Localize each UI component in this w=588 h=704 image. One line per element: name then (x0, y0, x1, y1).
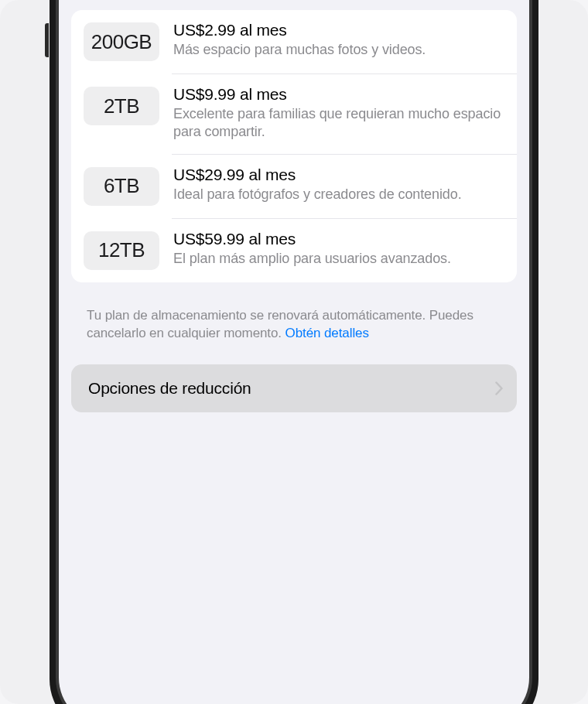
storage-badge: 12TB (84, 231, 159, 270)
upgrade-section-header: OPCIONES DE AMPLIACIÓN (71, 0, 517, 10)
plan-details: US$59.99 al mes El plan más amplio para … (173, 230, 501, 268)
phone-frame: OPCIONES DE AMPLIACIÓN 200GB US$2.99 al … (50, 0, 538, 704)
phone-inner-frame: OPCIONES DE AMPLIACIÓN 200GB US$2.99 al … (56, 0, 532, 704)
plan-description: Más espacio para muchas fotos y videos. (173, 41, 501, 59)
storage-size-label: 2TB (104, 94, 139, 118)
storage-size-label: 200GB (91, 30, 152, 54)
downgrade-options-button[interactable]: Opciones de reducción (71, 364, 517, 412)
plan-price: US$9.99 al mes (173, 85, 501, 104)
storage-plans-card: 200GB US$2.99 al mes Más espacio para mu… (71, 10, 517, 282)
plan-description: Excelente para familias que requieran mu… (173, 105, 501, 142)
storage-plan-row[interactable]: 200GB US$2.99 al mes Más espacio para mu… (71, 10, 517, 73)
chevron-right-icon (495, 381, 503, 395)
plan-price: US$59.99 al mes (173, 230, 501, 248)
renewal-notice: Tu plan de almacenamiento se renovará au… (71, 282, 517, 364)
storage-plan-row[interactable]: 6TB US$29.99 al mes Ideal para fotógrafo… (71, 155, 517, 218)
storage-badge: 200GB (84, 22, 159, 61)
plan-details: US$9.99 al mes Excelente para familias q… (173, 85, 501, 142)
storage-size-label: 6TB (104, 174, 139, 198)
phone-screen: OPCIONES DE AMPLIACIÓN 200GB US$2.99 al … (59, 0, 529, 704)
plan-details: US$2.99 al mes Más espacio para muchas f… (173, 21, 501, 59)
plan-description: El plan más amplio para usuarios avanzad… (173, 250, 501, 268)
plan-price: US$2.99 al mes (173, 21, 501, 39)
phone-side-button (45, 23, 49, 57)
storage-size-label: 12TB (98, 238, 145, 262)
details-link[interactable]: Obtén detalles (285, 326, 369, 340)
storage-badge: 6TB (84, 167, 159, 206)
storage-plan-row[interactable]: 12TB US$59.99 al mes El plan más amplio … (71, 219, 517, 282)
outer-frame: OPCIONES DE AMPLIACIÓN 200GB US$2.99 al … (0, 0, 588, 704)
downgrade-label: Opciones de reducción (88, 379, 251, 398)
storage-plan-row[interactable]: 2TB US$9.99 al mes Excelente para famili… (71, 74, 517, 154)
storage-badge: 2TB (84, 87, 159, 125)
plan-description: Ideal para fotógrafos y creadores de con… (173, 186, 501, 203)
renewal-notice-text: Tu plan de almacenamiento se renovará au… (87, 308, 473, 340)
plan-price: US$29.99 al mes (173, 166, 501, 184)
plan-details: US$29.99 al mes Ideal para fotógrafos y … (173, 166, 501, 203)
